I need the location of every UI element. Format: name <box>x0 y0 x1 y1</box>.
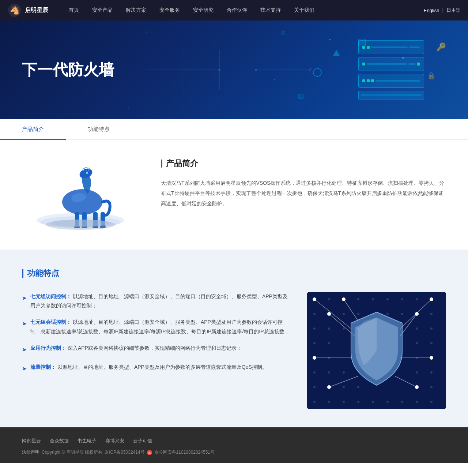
brand-name: 启明星辰 <box>25 7 48 14</box>
svg-point-46 <box>343 327 345 330</box>
feature-text-2: 七元组会话控制： 以源地址、目的地址、源端口（源安全域）、服务类型、APP类型及… <box>30 318 292 336</box>
feature-item-1: ➤ 七元组访问控制： 以源地址、目的地址、源端口（源安全域）、目的端口（目的安全… <box>22 292 292 310</box>
svg-point-53 <box>430 342 433 344</box>
server-bottom-bar <box>358 91 424 100</box>
svg-point-45 <box>328 327 330 330</box>
product-intro-title-block: 产品简介 <box>161 158 446 169</box>
svg-point-75 <box>401 401 403 403</box>
svg-point-87 <box>415 312 419 316</box>
svg-point-65 <box>343 386 345 388</box>
svg-point-51 <box>328 342 330 344</box>
shield-svg <box>307 292 446 409</box>
svg-point-60 <box>343 371 345 374</box>
nav-home[interactable]: 首页 <box>63 4 85 16</box>
svg-point-95 <box>415 385 419 389</box>
svg-point-81 <box>327 312 331 316</box>
svg-point-37 <box>343 313 345 315</box>
lang-english[interactable]: English <box>424 8 439 13</box>
svg-point-89 <box>313 356 316 360</box>
footer-beian: 京公网安备11010802024551号 <box>154 449 215 456</box>
horse-svg <box>22 158 139 231</box>
tab-product-intro[interactable]: 产品简介 <box>0 120 66 140</box>
server-box-2 <box>358 57 424 71</box>
feature-item-2: ➤ 七元组会话控制： 以源地址、目的地址、源端口（源安全域）、服务类型、APP类… <box>22 318 292 336</box>
feature-arrow-2: ➤ <box>22 319 27 329</box>
svg-point-79 <box>313 297 316 301</box>
feature-arrow-3: ➤ <box>22 345 27 355</box>
server-box-1 <box>358 40 424 54</box>
tabs-bar: 产品简介 功能特点 <box>0 119 468 140</box>
svg-point-30 <box>372 298 374 300</box>
svg-point-41 <box>401 313 403 315</box>
features-container: 功能特点 ➤ 七元组访问控制： 以源地址、目的地址、源端口（源安全域）、目的端口… <box>22 268 446 409</box>
svg-point-93 <box>327 385 331 389</box>
footer-link-4[interactable]: 赛博兴安 <box>105 438 124 444</box>
svg-point-83 <box>342 297 346 301</box>
feature-arrow-1: ➤ <box>22 293 27 304</box>
svg-point-29 <box>357 298 359 300</box>
svg-point-63 <box>313 386 316 388</box>
svg-point-76 <box>416 401 418 403</box>
product-intro-inner: 产品简介 天清汉马T系列防火墙采用启明星辰领先的VSOS操作系统，通过多核并行化… <box>22 158 446 231</box>
title-bar-accent <box>161 160 162 168</box>
svg-point-85 <box>430 297 433 301</box>
features-title-block: 功能特点 <box>22 268 446 279</box>
nav-about[interactable]: 关于我们 <box>288 4 320 16</box>
svg-point-44 <box>313 327 316 330</box>
svg-point-18 <box>86 172 88 174</box>
svg-point-31 <box>386 298 389 300</box>
footer-link-3[interactable]: 书生电子 <box>78 438 97 444</box>
svg-point-40 <box>386 313 389 315</box>
navbar: 🐴 启明星辰 首页 安全产品 解决方案 安全服务 安全研究 合作伙伴 技术支持 … <box>0 0 468 20</box>
tab-features[interactable]: 功能特点 <box>66 120 132 140</box>
features-list: ➤ 七元组访问控制： 以源地址、目的地址、源端口（源安全域）、目的端口（目的安全… <box>22 292 292 374</box>
footer-copyright: Copyright © 启明星辰 版权所有 <box>42 449 102 456</box>
features-inner: ➤ 七元组访问控制： 以源地址、目的地址、源端口（源安全域）、目的端口（目的安全… <box>22 292 446 409</box>
feature-item-3: ➤ 应用行为控制： 深入APP或各类网络协议的细节参数，实现精细的网络行为管理和… <box>22 344 292 355</box>
svg-point-69 <box>313 401 316 403</box>
nav-support[interactable]: 技术支持 <box>254 4 287 16</box>
svg-point-35 <box>313 313 316 315</box>
footer-links: 网御星云 合众数据 书生电子 赛博兴安 云子可信 <box>22 438 446 444</box>
feature-arrow-4: ➤ <box>22 364 27 374</box>
main-nav: 首页 安全产品 解决方案 安全服务 安全研究 合作伙伴 技术支持 关于我们 <box>63 4 424 16</box>
svg-point-33 <box>416 298 418 300</box>
nav-products[interactable]: 安全产品 <box>86 4 118 16</box>
product-intro-title: 产品简介 <box>166 158 198 169</box>
svg-point-49 <box>430 327 433 330</box>
lang-divider: | <box>442 7 444 13</box>
server-box-3 <box>358 74 424 88</box>
footer-legal[interactable]: 法律声明 <box>22 449 39 456</box>
nav-partners[interactable]: 合作伙伴 <box>221 4 253 16</box>
svg-point-4 <box>218 69 220 71</box>
footer-link-1[interactable]: 网御星云 <box>22 438 41 444</box>
lang-japanese[interactable]: 日本語 <box>446 7 461 14</box>
nav-services[interactable]: 安全服务 <box>154 4 186 16</box>
shield-svg-area <box>307 292 446 409</box>
svg-point-50 <box>313 342 316 344</box>
svg-point-12 <box>78 167 94 180</box>
nav-research[interactable]: 安全研究 <box>187 4 219 16</box>
svg-point-48 <box>416 327 418 330</box>
feature-text-1: 七元组访问控制： 以源地址、目的地址、源端口（源安全域）、目的端口（目的安全域）… <box>30 292 292 310</box>
svg-point-74 <box>386 401 389 403</box>
footer-link-5[interactable]: 云子可信 <box>133 438 152 444</box>
svg-point-43 <box>430 313 433 315</box>
svg-point-6 <box>255 69 257 71</box>
product-intro-description: 天清汉马T系列防火墙采用启明星辰领先的VSOS操作系统，通过多核并行化处理、特征… <box>161 178 446 209</box>
svg-point-27 <box>328 298 330 300</box>
svg-point-24 <box>51 220 110 227</box>
logo-icon: 🐴 <box>7 3 22 18</box>
svg-point-61 <box>416 371 418 374</box>
nav-solutions[interactable]: 解决方案 <box>120 4 152 16</box>
footer-link-2[interactable]: 合众数据 <box>50 438 69 444</box>
language-switcher: English | 日本語 <box>424 7 461 14</box>
logo[interactable]: 🐴 启明星辰 <box>7 3 48 18</box>
svg-point-91 <box>430 356 433 360</box>
product-intro-image <box>22 158 139 231</box>
footer-icp: 京ICP备05032414号 <box>105 449 144 456</box>
features-section: 功能特点 ➤ 七元组访问控制： 以源地址、目的地址、源端口（源安全域）、目的端口… <box>0 250 468 427</box>
svg-point-59 <box>328 371 330 374</box>
svg-point-72 <box>357 401 359 403</box>
svg-point-73 <box>372 401 374 403</box>
